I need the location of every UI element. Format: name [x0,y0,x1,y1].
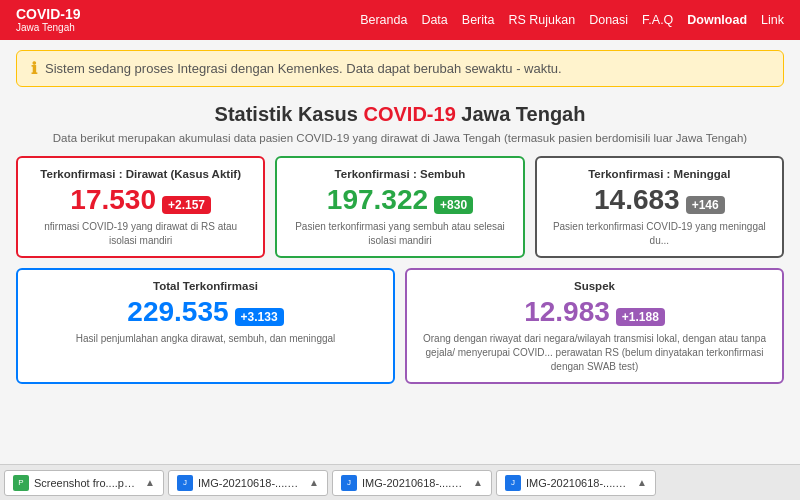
card-meninggal-number: 14.683 [594,184,680,216]
logo-subtitle: Jawa Tengah [16,22,81,33]
card-suspek-number: 12.983 [524,296,610,328]
nav-rs-rujukan[interactable]: RS Rujukan [508,13,575,27]
nav-faq[interactable]: F.A.Q [642,13,673,27]
card-active: Terkonfirmasi : Dirawat (Kasus Aktif) 17… [16,156,265,258]
chevron-icon-2: ▲ [473,477,483,488]
main-nav: Beranda Data Berita RS Rujukan Donasi F.… [360,13,784,27]
card-active-number-row: 17.530 +2.157 [32,184,249,216]
card-meninggal-number-row: 14.683 +146 [551,184,768,216]
chevron-icon-1: ▲ [309,477,319,488]
stats-section: Statistik Kasus COVID-19 Jawa Tengah Dat… [0,97,800,394]
card-sembuh-delta: +830 [434,196,473,214]
logo-title: COVID-19 [16,7,81,22]
card-suspek: Suspek 12.983 +1.188 Orang dengan riwaya… [405,268,784,384]
card-meninggal-title: Terkonfirmasi : Meninggal [551,168,768,180]
cards-row-2: Total Terkonfirmasi 229.535 +3.133 Hasil… [16,268,784,384]
card-sembuh-desc: Pasien terkonfirmasi yang sembuh atau se… [291,220,508,248]
file-icon-0: P [13,475,29,491]
card-sembuh-title: Terkonfirmasi : Sembuh [291,168,508,180]
site-logo: COVID-19 Jawa Tengah [16,7,81,33]
chevron-icon-0: ▲ [145,477,155,488]
nav-download[interactable]: Download [687,13,747,27]
card-total: Total Terkonfirmasi 229.535 +3.133 Hasil… [16,268,395,384]
stats-title-suffix: Jawa Tengah [456,103,586,125]
card-sembuh-number-row: 197.322 +830 [291,184,508,216]
card-total-delta: +3.133 [235,308,284,326]
card-total-number-row: 229.535 +3.133 [32,296,379,328]
file-icon-1: J [177,475,193,491]
chevron-icon-3: ▲ [637,477,647,488]
card-total-title: Total Terkonfirmasi [32,280,379,292]
card-suspek-delta: +1.188 [616,308,665,326]
card-suspek-title: Suspek [421,280,768,292]
nav-beranda[interactable]: Beranda [360,13,407,27]
cards-row-1: Terkonfirmasi : Dirawat (Kasus Aktif) 17… [16,156,784,258]
header: COVID-19 Jawa Tengah Beranda Data Berita… [0,0,800,40]
taskbar-filename-3: IMG-20210618-....jpg [526,477,628,489]
card-meninggal-desc: Pasien terkonfirmasi COVID-19 yang menin… [551,220,768,248]
card-sembuh: Terkonfirmasi : Sembuh 197.322 +830 Pasi… [275,156,524,258]
card-suspek-desc: Orang dengan riwayat dari negara/wilayah… [421,332,768,374]
nav-berita[interactable]: Berita [462,13,495,27]
alert-message: Sistem sedang proses Integrasi dengan Ke… [45,61,562,76]
card-meninggal: Terkonfirmasi : Meninggal 14.683 +146 Pa… [535,156,784,258]
card-sembuh-number: 197.322 [327,184,428,216]
card-total-desc: Hasil penjumlahan angka dirawat, sembuh,… [32,332,379,346]
card-active-title: Terkonfirmasi : Dirawat (Kasus Aktif) [32,168,249,180]
card-total-number: 229.535 [127,296,228,328]
taskbar-item-2[interactable]: J IMG-20210618-....jpg ▲ [332,470,492,496]
stats-title: Statistik Kasus COVID-19 Jawa Tengah [16,103,784,126]
taskbar-filename-1: IMG-20210618-....jpg [198,477,300,489]
nav-link[interactable]: Link [761,13,784,27]
taskbar-item-3[interactable]: J IMG-20210618-....jpg ▲ [496,470,656,496]
nav-donasi[interactable]: Donasi [589,13,628,27]
card-active-number: 17.530 [70,184,156,216]
card-suspek-number-row: 12.983 +1.188 [421,296,768,328]
stats-title-covid: COVID-19 [364,103,456,125]
taskbar-filename-2: IMG-20210618-....jpg [362,477,464,489]
file-icon-3: J [505,475,521,491]
taskbar: P Screenshot fro....png ▲ J IMG-20210618… [0,464,800,500]
stats-title-prefix: Statistik Kasus [215,103,364,125]
taskbar-item-1[interactable]: J IMG-20210618-....jpg ▲ [168,470,328,496]
card-active-desc: nfirmasi COVID-19 yang dirawat di RS ata… [32,220,249,248]
nav-data[interactable]: Data [421,13,447,27]
taskbar-filename-0: Screenshot fro....png [34,477,136,489]
info-icon: ℹ [31,59,37,78]
alert-banner: ℹ Sistem sedang proses Integrasi dengan … [16,50,784,87]
card-meninggal-delta: +146 [686,196,725,214]
card-active-delta: +2.157 [162,196,211,214]
taskbar-item-0[interactable]: P Screenshot fro....png ▲ [4,470,164,496]
file-icon-2: J [341,475,357,491]
stats-subtitle: Data berikut merupakan akumulasi data pa… [16,132,784,144]
